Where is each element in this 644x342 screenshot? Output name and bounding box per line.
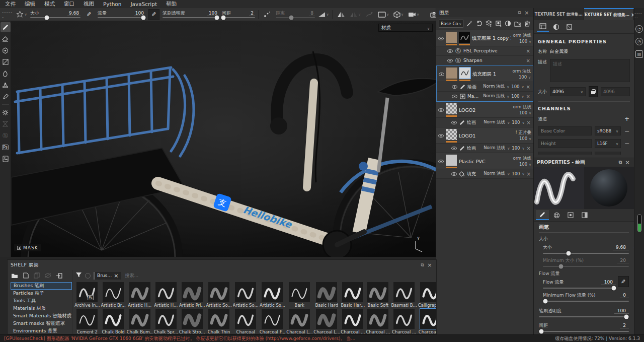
shelf-category-item[interactable]: Smart Materials 智能材质 [11, 312, 72, 320]
brush-opacity-value[interactable]: 100 [614, 308, 629, 314]
brush-item[interactable]: Chalk Spr... [154, 309, 178, 334]
brush-item[interactable]: Cement 2 [74, 309, 100, 334]
layer-name[interactable]: LOGO2 [459, 107, 511, 113]
brush-item[interactable]: Basic Soft [366, 282, 390, 308]
remove-channel-button[interactable] [624, 140, 630, 147]
visibility-eye-icon[interactable] [447, 59, 453, 62]
lock-ratio-button[interactable] [589, 86, 598, 97]
content-blend-mode[interactable]: Norm 法线 [484, 145, 505, 151]
menu-item[interactable]: 视图 [84, 1, 94, 8]
layer-name[interactable]: Plastic PVC [459, 159, 511, 164]
channel-name-field[interactable]: Base Color [538, 126, 592, 135]
mirror-icon[interactable] [350, 10, 361, 20]
log-panel-icon[interactable]: ▤ [635, 50, 643, 58]
description-input[interactable] [550, 59, 630, 82]
layer-content-row[interactable]: 绘画 Norm 法线 100 × [436, 118, 533, 127]
channel-format-dropdown[interactable]: L16F [595, 139, 621, 148]
visibility-eye-icon[interactable] [438, 108, 444, 112]
layer-thumbnail[interactable] [446, 155, 457, 166]
visibility-eye-icon[interactable] [438, 37, 444, 40]
remove-effect-icon[interactable]: × [526, 58, 530, 63]
material-tab-icon[interactable] [578, 210, 591, 220]
shelf-category-item[interactable]: Materials 材质 [11, 305, 72, 312]
shelf-category-item[interactable]: Particles 粒子 [11, 290, 72, 297]
brush-item[interactable]: Basic Hard [313, 282, 340, 308]
filter-tag-chip[interactable]: Brus… [94, 272, 121, 280]
layer-blend-mode[interactable]: orm 法线 [513, 105, 531, 109]
content-opacity[interactable]: 100 [511, 94, 519, 99]
menu-item[interactable]: JavaScript [130, 1, 157, 7]
stroke-preview-icon[interactable]: ------ [2, 10, 13, 20]
brush-item[interactable]: Artistic H... [154, 282, 178, 308]
brush-item[interactable]: Charcoal F... [260, 309, 286, 334]
float-panel-icon[interactable] [617, 160, 624, 166]
brush-item[interactable]: Artistic Pri... [179, 282, 205, 308]
visibility-eye-icon[interactable] [452, 85, 457, 89]
add-channel-button[interactable] [624, 115, 630, 122]
layer-name[interactable]: 填充图层 1 [472, 71, 510, 78]
add-layer-icon[interactable] [486, 19, 493, 28]
photoshop-export-icon[interactable]: Ps [1, 142, 11, 152]
brush-item[interactable]: Charcoal [233, 309, 259, 334]
filter-funnel-icon[interactable] [75, 272, 82, 279]
hourglass-icon[interactable] [1, 119, 11, 129]
close-panel-icon[interactable] [523, 10, 530, 16]
layer-content-row[interactable]: 填充 Norm 法线 100 × [436, 169, 533, 179]
channel-filter-dropdown[interactable]: Base Co [439, 20, 463, 28]
settings-view-icon[interactable] [537, 22, 549, 32]
size-pressure-icon[interactable] [84, 10, 95, 20]
falloff-icon[interactable] [318, 10, 329, 20]
flow-pressure-button[interactable] [618, 276, 629, 287]
channel-name-field[interactable]: Height [538, 139, 592, 148]
history-icon[interactable]: ◷ [635, 38, 643, 45]
layer-row[interactable]: 填充图层 1 copy 1 orm 法线 100 [436, 30, 533, 46]
content-name[interactable]: 填充 [467, 171, 481, 177]
channel-format-dropdown[interactable]: sRGB8 [595, 126, 621, 135]
layer-content-row[interactable]: 绘画 Norm 法线 100 × [436, 144, 533, 153]
brush-item[interactable]: Archive In... [74, 282, 100, 308]
texture-set-tab-active[interactable]: TEXTURE SET 纹理集… [584, 8, 634, 20]
effect-name[interactable]: Sharpen [463, 58, 524, 63]
brush-item[interactable]: Charcoal ... [341, 309, 365, 334]
layer-blend-mode[interactable]: orm 法线 [512, 69, 531, 74]
layer-thumbnail[interactable] [446, 129, 457, 140]
gear-icon[interactable] [1, 107, 11, 117]
import-resources-icon[interactable] [55, 272, 63, 279]
menu-item[interactable]: 文件 [5, 1, 16, 8]
brush-item[interactable]: Artistic H... [127, 282, 153, 308]
toolbar-opacity-slider[interactable]: 笔刷透明度100 [163, 11, 219, 18]
content-blend-mode[interactable]: Norm 法线 [484, 119, 505, 125]
layer-blend-mode[interactable]: ! 正片叠 [515, 130, 531, 135]
visibility-eye-icon[interactable] [447, 49, 453, 53]
remove-content-icon[interactable]: × [527, 146, 531, 151]
layer-effect-row[interactable]: Ⓢ Sharpen × [436, 56, 533, 65]
brush-item[interactable]: Charcoal L... [286, 309, 312, 334]
remove-effect-icon[interactable]: × [526, 48, 530, 54]
float-panel-icon[interactable] [419, 262, 426, 268]
layer-row-selected[interactable]: 填充图层 1 orm 法线 100 [437, 66, 533, 82]
scroll-thumb[interactable] [638, 224, 641, 232]
layer-blend-mode[interactable]: orm 法线 [513, 156, 531, 161]
brush-item[interactable]: Artistic So... [260, 282, 286, 308]
alpha-shape-icon[interactable] [16, 10, 27, 20]
remove-content-icon[interactable]: × [526, 84, 530, 90]
brush-item[interactable]: Calligraphic [418, 282, 436, 308]
brush-item[interactable]: Basmati B... [391, 282, 417, 308]
channels-view-icon[interactable] [550, 22, 562, 32]
menu-item[interactable]: 窗口 [64, 1, 74, 8]
lazy-mouse-icon[interactable] [364, 10, 375, 20]
float-panel-icon[interactable] [516, 10, 523, 16]
paint-tool-icon[interactable] [1, 22, 11, 32]
search-input[interactable] [124, 272, 437, 279]
image-resources-icon[interactable] [1, 154, 11, 164]
spacing-value[interactable]: 2 [620, 323, 629, 328]
camera-view-icon[interactable] [408, 10, 419, 20]
visibility-eye-icon[interactable] [438, 134, 444, 138]
spacing-value[interactable]: 2 [249, 11, 255, 16]
mask-thumbnail[interactable] [459, 32, 470, 43]
hide-resource-icon[interactable] [44, 272, 52, 279]
layer-thumbnail[interactable] [446, 67, 457, 79]
mask-indicator[interactable]: MASK [14, 244, 41, 251]
content-opacity[interactable]: 100 [512, 146, 520, 151]
remove-channel-button[interactable] [624, 127, 630, 134]
